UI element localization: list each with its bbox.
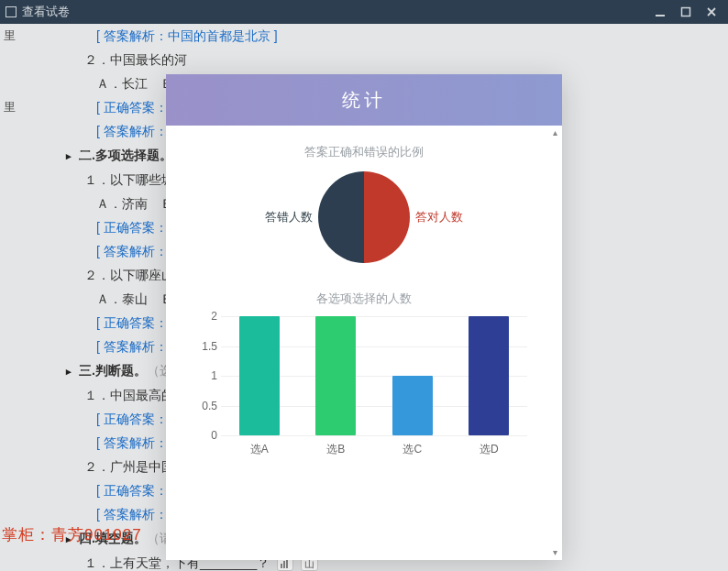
bar-series [221, 316, 527, 435]
scroll-up-icon[interactable]: ▴ [549, 127, 560, 138]
question-text: ２．中国最长的河 [84, 48, 691, 71]
app-icon [6, 6, 17, 17]
minimize-button[interactable] [655, 6, 667, 17]
y-tick: 1.5 [202, 340, 217, 353]
statistics-modal: 统计 ▴ ▾ 答案正确和错误的比例 答错人数 答对人数 各选项选择的人数 00.… [166, 74, 562, 560]
answer-analysis: [ 答案解析：中国的首都是北京 ] [96, 24, 691, 48]
maximize-button[interactable] [680, 6, 693, 17]
modal-body: ▴ ▾ 答案正确和错误的比例 答错人数 答对人数 各选项选择的人数 00.511… [166, 126, 562, 560]
pie-graphic [318, 171, 410, 263]
window-title: 查看试卷 [22, 4, 655, 20]
bar [315, 316, 356, 435]
bar-y-axis: 00.511.52 [193, 316, 221, 435]
pie-chart-title: 答案正确和错误的比例 [193, 144, 535, 160]
svg-rect-5 [283, 561, 285, 568]
y-tick: 1 [211, 369, 217, 382]
bar-chart: 00.511.52 选A选B选C选D [193, 316, 535, 463]
bar-chart-icon [281, 559, 290, 568]
y-tick: 2 [211, 310, 217, 323]
scroll-down-icon[interactable]: ▾ [549, 547, 560, 558]
bar-category-label: 选D [469, 442, 509, 457]
bar [239, 316, 280, 435]
y-tick: 0.5 [202, 400, 217, 412]
watermark: 掌柜：青芳901027 [2, 524, 142, 545]
bar-category-label: 选A [239, 442, 280, 457]
window-titlebar: 查看试卷 [0, 0, 728, 24]
bar-chart-title: 各选项选择的人数 [193, 291, 535, 307]
svg-rect-6 [286, 559, 288, 568]
button-label: 山 [304, 558, 314, 569]
bar-category-label: 选C [392, 442, 433, 457]
y-tick: 0 [211, 429, 217, 442]
close-button[interactable] [706, 6, 719, 17]
svg-rect-1 [682, 8, 690, 16]
modal-title: 统计 [166, 74, 562, 126]
bar [469, 316, 509, 435]
bar-category-label: 选B [315, 442, 356, 457]
pie-label-wrong: 答错人数 [234, 209, 313, 225]
bar [392, 376, 433, 435]
section-title: 二.多项选择题。 [79, 148, 172, 162]
section-title: 三.判断题。 [79, 363, 147, 378]
pie-label-right: 答对人数 [415, 209, 494, 225]
pie-chart: 答错人数 答对人数 [193, 171, 535, 263]
svg-rect-4 [281, 564, 282, 568]
bar-x-labels: 选A选B选C选D [221, 442, 527, 457]
